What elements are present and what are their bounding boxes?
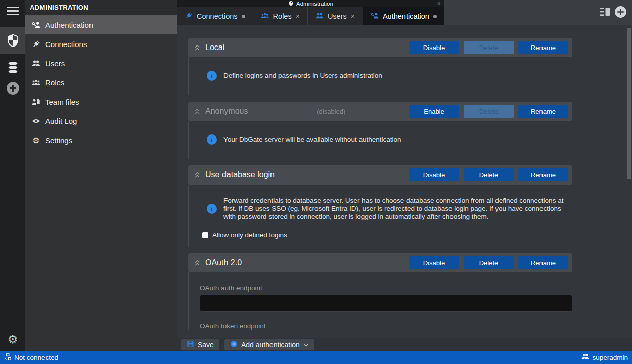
dbgate-app: ⚙ ADMINISTRATION Authentication Connecti… <box>0 0 632 364</box>
tab-label: Connections <box>197 12 238 20</box>
menu-icon[interactable] <box>7 7 19 17</box>
new-tab-icon[interactable] <box>614 6 627 20</box>
collapse-icon[interactable] <box>194 171 200 178</box>
tabs-row: Connections Roles × Use <box>177 7 444 25</box>
section-header: Use database login Disable Delete Rename <box>188 165 572 185</box>
rename-button[interactable]: Rename <box>518 105 568 118</box>
tab-users[interactable]: Users × <box>308 7 363 25</box>
save-button[interactable]: Save <box>181 339 219 350</box>
rename-button[interactable]: Rename <box>518 256 568 269</box>
roles-icon <box>32 78 40 87</box>
sidebar-title: ADMINISTRATION <box>25 0 177 15</box>
section-title: Local <box>205 43 224 52</box>
user-key-icon <box>32 21 40 29</box>
info-text: Define logins and passwords in Users adm… <box>223 72 382 80</box>
collapse-icon[interactable] <box>194 108 200 115</box>
close-icon[interactable]: × <box>351 13 355 20</box>
section-body: i Forward credentials to database server… <box>188 185 572 247</box>
section-anonymous: Anonymous (disabled) Enable Delete Renam… <box>188 102 572 159</box>
tab-label: Users <box>328 12 347 20</box>
sidebar-item-settings[interactable]: ⚙ Settings <box>25 130 177 150</box>
section-body: i Define logins and passwords in Users a… <box>188 57 572 95</box>
connection-status[interactable]: Not connected <box>4 353 58 362</box>
sidebar-item-audit-log[interactable]: Audit Log <box>25 111 177 130</box>
databases-icon[interactable] <box>7 61 19 74</box>
delete-button[interactable]: Delete <box>464 105 514 118</box>
info-text: Forward credentials to database server. … <box>223 197 572 221</box>
users-icon <box>315 12 324 21</box>
sidebar-item-team-files[interactable]: Team files <box>25 92 177 111</box>
info-icon: i <box>207 71 217 81</box>
allow-defined-logins-checkbox[interactable] <box>202 232 208 238</box>
add-authentication-button[interactable]: Add authentication <box>224 339 314 350</box>
enable-button[interactable]: Enable <box>409 105 459 118</box>
close-icon[interactable]: × <box>437 0 441 7</box>
plug-icon <box>32 40 40 49</box>
settings-gear-icon[interactable]: ⚙ <box>0 333 25 346</box>
section-local: Local Disable Delete Rename i Define log… <box>188 38 572 95</box>
administration-sidebar: ADMINISTRATION Authentication Connection… <box>25 0 177 351</box>
not-connected-icon <box>4 353 11 362</box>
connection-status-text: Not connected <box>14 354 58 361</box>
modified-dot-icon <box>433 15 437 18</box>
delete-button[interactable]: Delete <box>464 41 514 54</box>
roles-icon <box>261 12 269 21</box>
sidebar-item-connections[interactable]: Connections <box>25 34 177 54</box>
collapse-icon[interactable] <box>194 44 200 51</box>
add-circle-icon <box>230 340 238 349</box>
section-header: Local Disable Delete Rename <box>188 38 572 57</box>
tab-label: Roles <box>273 12 292 20</box>
oauth-auth-endpoint-label: OAuth auth endpoint <box>189 284 572 292</box>
sidebar-item-label: Authentication <box>45 21 93 29</box>
tab-strip: Administration × Connections <box>177 0 632 25</box>
modified-dot-icon <box>242 15 245 18</box>
main-panel: Administration × Connections <box>177 0 632 351</box>
rename-button[interactable]: Rename <box>518 41 568 54</box>
widget-list-icon[interactable] <box>600 7 611 19</box>
oauth-token-endpoint-label: OAuth token endpoint <box>189 322 572 330</box>
logged-user[interactable]: superadmin <box>581 353 628 362</box>
bottom-toolbar: Save Add authentication <box>177 338 632 351</box>
tab-roles[interactable]: Roles × <box>253 7 308 25</box>
authentication-page: Local Disable Delete Rename i Define log… <box>177 25 632 338</box>
delete-button[interactable]: Delete <box>464 256 514 269</box>
vertical-scrollbar[interactable] <box>627 28 631 179</box>
sidebar-item-authentication[interactable]: Authentication <box>25 15 177 34</box>
sidebar-item-label: Roles <box>45 78 64 87</box>
section-database-login: Use database login Disable Delete Rename… <box>188 165 572 247</box>
rename-button[interactable]: Rename <box>518 168 568 181</box>
section-title: OAuth 2.0 <box>205 258 242 267</box>
tab-group-title: Administration <box>296 1 333 7</box>
close-icon[interactable]: × <box>296 13 300 20</box>
plug-icon <box>185 12 193 21</box>
collapse-icon[interactable] <box>194 259 200 266</box>
disable-button[interactable]: Disable <box>409 256 459 269</box>
users-icon <box>32 59 40 68</box>
sidebar-item-label: Connections <box>45 40 87 49</box>
oauth-auth-endpoint-input[interactable] <box>200 295 572 312</box>
sidebar-item-label: Audit Log <box>45 117 77 125</box>
sidebar-item-users[interactable]: Users <box>25 54 177 73</box>
tab-connections[interactable]: Connections <box>177 7 253 25</box>
section-body: OAuth auth endpoint OAuth token endpoint <box>188 272 572 330</box>
add-connection-icon[interactable] <box>6 81 20 95</box>
disable-button[interactable]: Disable <box>409 168 459 181</box>
admin-shield-icon[interactable] <box>0 27 25 54</box>
save-floppy-icon <box>187 340 194 349</box>
section-header: Anonymous (disabled) Enable Delete Renam… <box>188 102 572 121</box>
eye-icon <box>32 117 40 125</box>
user-key-icon <box>371 12 379 21</box>
tab-authentication[interactable]: Authentication <box>363 7 444 25</box>
left-icon-bar: ⚙ <box>0 0 25 351</box>
disable-button[interactable]: Disable <box>409 41 459 54</box>
logged-user-text: superadmin <box>592 354 628 361</box>
sidebar-item-roles[interactable]: Roles <box>25 73 177 92</box>
info-icon: i <box>207 134 217 145</box>
checkbox-label: Allow only defined logins <box>212 231 287 239</box>
info-icon: i <box>207 204 217 214</box>
delete-button[interactable]: Delete <box>464 168 514 181</box>
sidebar-item-label: Team files <box>45 98 79 106</box>
tab-label: Authentication <box>383 12 429 20</box>
tab-strip-actions <box>600 0 627 25</box>
chevron-down-icon <box>303 341 309 349</box>
